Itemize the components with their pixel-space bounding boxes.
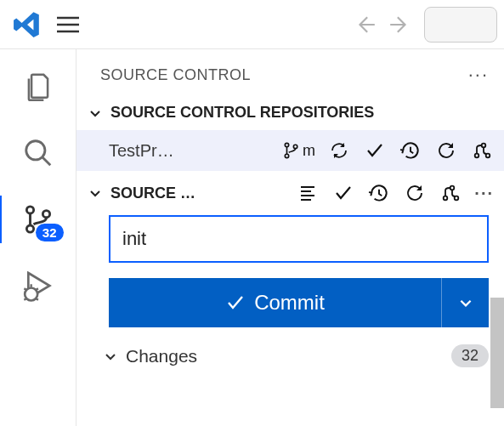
history-icon[interactable] <box>367 181 391 205</box>
panel-title: SOURCE CONTROL <box>100 66 468 84</box>
repositories-section-header[interactable]: SOURCE CONTROL REPOSITORIES <box>76 100 504 130</box>
repository-name: TestPr… <box>109 141 174 161</box>
repository-row[interactable]: TestPr… m <box>76 130 504 171</box>
svg-point-12 <box>450 186 455 190</box>
repositories-section-title: SOURCE CONTROL REPOSITORIES <box>110 104 374 122</box>
search-tab[interactable] <box>18 133 59 173</box>
changes-label: Changes <box>126 346 197 366</box>
changes-section-header[interactable]: Changes 32 <box>76 327 504 367</box>
commit-button-label: Commit <box>254 291 325 315</box>
nav-back-button[interactable] <box>349 9 382 41</box>
changes-count-badge: 32 <box>451 344 489 367</box>
svg-point-1 <box>26 207 33 213</box>
nav-forward-button[interactable] <box>383 9 416 41</box>
run-debug-tab[interactable] <box>18 265 59 306</box>
sync-icon[interactable] <box>327 139 351 162</box>
svg-point-7 <box>293 145 297 148</box>
svg-point-6 <box>285 154 288 157</box>
svg-point-3 <box>42 211 49 218</box>
source-control-section-title: SOURCE … <box>110 185 195 202</box>
commit-dropdown-button[interactable] <box>441 278 489 327</box>
svg-point-2 <box>26 225 33 232</box>
nav-arrows <box>349 9 416 41</box>
svg-point-8 <box>475 154 479 158</box>
scm-badge: 32 <box>36 224 64 241</box>
commit-button-group: Commit <box>109 278 489 327</box>
checkmark-icon[interactable] <box>363 139 387 162</box>
explorer-tab[interactable] <box>18 66 59 107</box>
svg-point-11 <box>444 196 448 201</box>
panel-header: SOURCE CONTROL ··· <box>76 49 504 100</box>
checkmark-icon[interactable] <box>331 181 355 205</box>
refresh-icon[interactable] <box>403 181 427 205</box>
source-control-panel: SOURCE CONTROL ··· SOURCE CONTROL REPOSI… <box>76 49 504 426</box>
tree-view-icon[interactable] <box>296 181 320 205</box>
menu-button[interactable] <box>48 16 88 33</box>
history-icon[interactable] <box>399 139 422 162</box>
section-more-button[interactable]: ··· <box>474 184 494 203</box>
chevron-down-icon <box>88 106 104 120</box>
chevron-down-icon <box>104 349 119 363</box>
svg-point-9 <box>482 144 486 148</box>
svg-point-5 <box>285 143 288 146</box>
graph-icon[interactable] <box>470 139 494 162</box>
branch-icon[interactable]: m <box>282 139 315 162</box>
repository-actions: m <box>282 139 494 162</box>
panel-more-button[interactable]: ··· <box>468 64 489 86</box>
command-center-search[interactable] <box>424 7 497 43</box>
source-control-section-header[interactable]: SOURCE … ··· <box>76 171 504 210</box>
commit-button[interactable]: Commit <box>109 278 441 327</box>
commit-message-input[interactable] <box>109 215 489 263</box>
activity-bar: 32 <box>0 49 76 426</box>
chevron-down-icon <box>88 186 104 200</box>
source-control-tab[interactable]: 32 <box>18 199 59 240</box>
graph-icon[interactable] <box>439 181 462 205</box>
vscode-logo-icon <box>7 10 48 39</box>
svg-point-0 <box>25 141 44 160</box>
scrollbar-thumb[interactable] <box>490 298 504 408</box>
refresh-icon[interactable] <box>434 139 458 162</box>
title-bar <box>0 0 504 49</box>
